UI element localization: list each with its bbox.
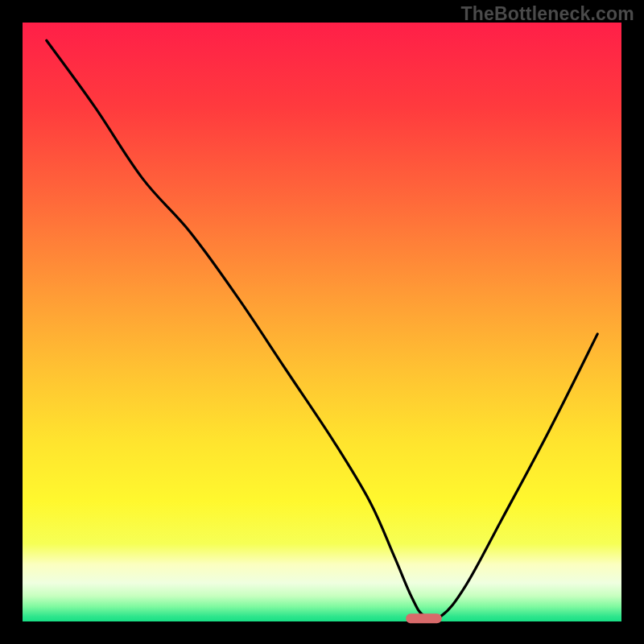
optimal-marker (406, 613, 442, 623)
chart-frame: TheBottleneck.com (0, 0, 644, 644)
watermark-text: TheBottleneck.com (460, 3, 634, 25)
plot-background (23, 23, 621, 621)
bottleneck-chart (0, 0, 644, 644)
